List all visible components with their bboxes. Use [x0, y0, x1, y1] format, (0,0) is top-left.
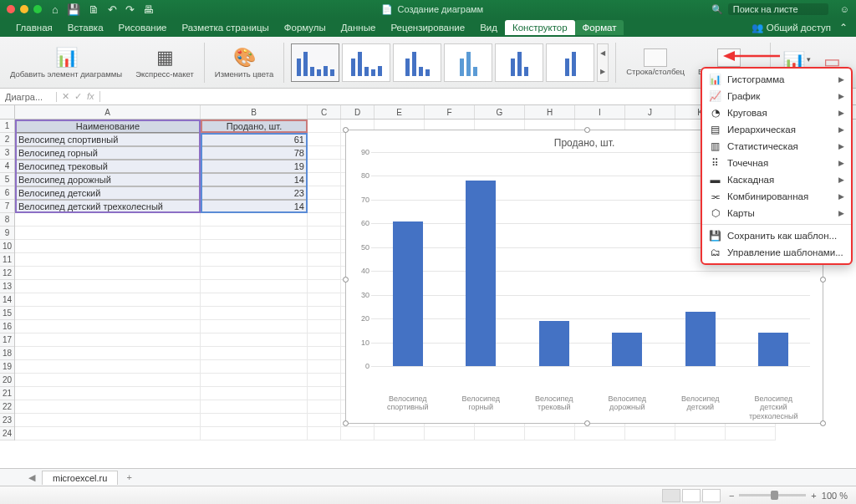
cell-B5[interactable]: 14 [201, 173, 308, 186]
cell-A18[interactable] [15, 347, 201, 360]
row-header-20[interactable]: 20 [0, 374, 14, 387]
chart-style-1[interactable] [291, 43, 339, 82]
cell-B20[interactable] [201, 374, 308, 387]
manage-templates[interactable]: 🗂 Управление шаблонами... [702, 244, 851, 261]
cell-J24[interactable] [625, 427, 675, 440]
cell-B7[interactable]: 14 [201, 200, 308, 213]
chart-type-Комбинированная[interactable]: ⫘Комбинированная▶ [702, 188, 851, 205]
cell-A22[interactable] [15, 400, 201, 414]
cell-C9[interactable] [308, 227, 341, 240]
cell-B24[interactable] [201, 427, 308, 440]
chart-bar-3[interactable] [612, 333, 642, 366]
cell-C20[interactable] [308, 374, 341, 387]
cell-C22[interactable] [308, 400, 341, 414]
cell-A12[interactable] [15, 267, 201, 280]
col-header-D[interactable]: D [341, 105, 374, 119]
cell-C12[interactable] [308, 267, 341, 280]
cell-A14[interactable] [15, 293, 201, 307]
view-page-break[interactable] [702, 489, 721, 502]
row-header-5[interactable]: 5 [0, 173, 14, 186]
cell-A23[interactable] [15, 414, 201, 427]
cell-C3[interactable] [308, 146, 341, 160]
cell-A13[interactable] [15, 280, 201, 293]
chart-type-График[interactable]: 📈График▶ [702, 88, 851, 104]
col-header-G[interactable]: G [475, 105, 525, 119]
row-header-21[interactable]: 21 [0, 387, 14, 400]
sheet-nav-prev-icon[interactable]: ◀ [28, 472, 35, 483]
row-header-18[interactable]: 18 [0, 347, 14, 360]
zoom-out-button[interactable]: − [729, 491, 734, 501]
chart-bar-4[interactable] [685, 312, 716, 366]
sheet-tab-active[interactable]: microexcel.ru [42, 471, 118, 485]
style-gallery-nav[interactable]: ◀▶ [597, 43, 609, 82]
share-button[interactable]: 👥 Общий доступ ⌃ [752, 22, 856, 33]
chart-type-Гистограмма[interactable]: 📊Гистограмма▶ [702, 71, 851, 88]
cell-C15[interactable] [308, 307, 341, 320]
cell-A9[interactable] [15, 227, 201, 240]
row-header-23[interactable]: 23 [0, 414, 14, 427]
save-icon[interactable]: 💾 [67, 3, 80, 16]
cell-E24[interactable] [374, 427, 425, 440]
switch-row-col-button[interactable]: Строка/столбец [623, 48, 688, 76]
chart-style-3[interactable] [393, 43, 441, 82]
cell-B10[interactable] [201, 240, 308, 253]
row-header-16[interactable]: 16 [0, 320, 14, 333]
row-header-14[interactable]: 14 [0, 293, 14, 307]
cell-B11[interactable] [201, 253, 308, 267]
cell-B4[interactable]: 19 [201, 160, 308, 173]
col-header-I[interactable]: I [575, 105, 625, 119]
cell-H24[interactable] [525, 427, 575, 440]
chart-bar-2[interactable] [539, 321, 569, 366]
view-page-layout[interactable] [682, 489, 701, 502]
cell-A4[interactable]: Велосипед трековый [15, 160, 201, 173]
cell-F24[interactable] [425, 427, 475, 440]
menu-tab-Конструктор[interactable]: Конструктор [505, 20, 575, 35]
fx-icon[interactable]: fx [87, 91, 94, 102]
cell-A7[interactable]: Велосипед детский трехколесный [15, 200, 201, 213]
cell-C24[interactable] [308, 427, 341, 440]
maximize-window[interactable] [33, 5, 42, 13]
cell-A5[interactable]: Велосипед дорожный [15, 173, 201, 186]
select-all-corner[interactable] [0, 105, 15, 120]
cell-C6[interactable] [308, 186, 341, 200]
row-header-17[interactable]: 17 [0, 333, 14, 347]
resize-handle[interactable] [343, 277, 349, 283]
col-header-B[interactable]: B [201, 105, 308, 119]
cell-A8[interactable] [15, 213, 201, 227]
row-header-11[interactable]: 11 [0, 253, 14, 267]
cell-B18[interactable] [201, 347, 308, 360]
menu-tab-Вставка[interactable]: Вставка [60, 20, 111, 35]
quick-layout-button[interactable]: ▦ Экспресс-макет [132, 46, 197, 79]
row-header-7[interactable]: 7 [0, 200, 14, 213]
row-header-4[interactable]: 4 [0, 160, 14, 173]
resize-handle[interactable] [820, 277, 826, 283]
redo-icon[interactable]: ↷ [125, 3, 135, 16]
chart-style-6[interactable] [546, 43, 594, 82]
cell-C17[interactable] [308, 333, 341, 347]
row-header-1[interactable]: 1 [0, 120, 14, 133]
cell-C16[interactable] [308, 320, 341, 333]
cell-A20[interactable] [15, 374, 201, 387]
cell-C8[interactable] [308, 213, 341, 227]
cell-A24[interactable] [15, 427, 201, 440]
row-header-13[interactable]: 13 [0, 280, 14, 293]
cell-B1[interactable]: Продано, шт. [201, 120, 308, 133]
row-header-3[interactable]: 3 [0, 146, 14, 160]
cell-B8[interactable] [201, 213, 308, 227]
menu-tab-Вид[interactable]: Вид [472, 20, 505, 35]
row-header-19[interactable]: 19 [0, 360, 14, 374]
chart-type-Статистическая[interactable]: ▥Статистическая▶ [702, 138, 851, 155]
col-header-E[interactable]: E [374, 105, 425, 119]
chart-bar-5[interactable] [758, 333, 788, 366]
chart-type-Каскадная[interactable]: ▬Каскадная▶ [702, 171, 851, 188]
chart-style-5[interactable] [495, 43, 543, 82]
cell-B16[interactable] [201, 320, 308, 333]
chart-style-2[interactable] [342, 43, 390, 82]
row-header-6[interactable]: 6 [0, 186, 14, 200]
chart-type-Иерархическая[interactable]: ▤Иерархическая▶ [702, 121, 851, 138]
cell-B15[interactable] [201, 307, 308, 320]
cell-G24[interactable] [475, 427, 525, 440]
cell-A2[interactable]: Велосипед спортивный [15, 133, 201, 146]
save-as-template[interactable]: 💾 Сохранить как шаблон... [702, 227, 851, 244]
cell-C7[interactable] [308, 200, 341, 213]
